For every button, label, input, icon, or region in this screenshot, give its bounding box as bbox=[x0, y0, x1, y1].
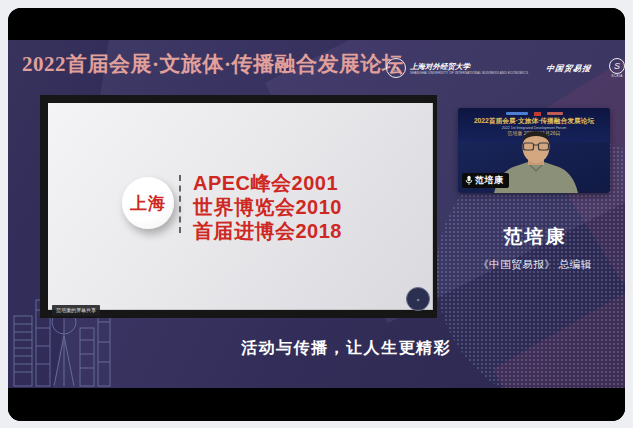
meeting-window: 2022首届会展·文旅体·传播融合发展论坛 ⌂ 上海对外经贸大学 SHANGHA… bbox=[8, 8, 625, 421]
dotted-divider bbox=[179, 175, 181, 233]
banner-logo-newspaper bbox=[547, 112, 563, 115]
screen-share-label: 范培康的屏幕共享 bbox=[52, 305, 100, 316]
shanghai-badge: 上海 bbox=[122, 177, 174, 229]
association-abbr: SCEIA bbox=[609, 74, 625, 78]
speaker-job-title: 《中国贸易报》 总编辑 bbox=[440, 258, 625, 272]
newspaper-name: 中国贸易报 bbox=[545, 63, 592, 74]
slide-text-block: APEC峰会2001 世界博览会2010 首届进博会2018 bbox=[193, 171, 342, 243]
slide-watermark-badge: ◈ bbox=[406, 287, 430, 311]
slide-line-expo: 世界博览会2010 bbox=[193, 195, 342, 219]
banner-title: 2022首届会展·文旅体·传播融合发展论坛 bbox=[461, 117, 607, 125]
university-seal-icon: ⌂ bbox=[386, 58, 406, 78]
university-name: 上海对外经贸大学 bbox=[410, 62, 528, 71]
microphone-icon bbox=[465, 175, 473, 186]
speaker-video-tile[interactable]: 2022首届会展·文旅体·传播融合发展论坛 2022 1st Integrate… bbox=[458, 108, 610, 193]
university-name-en: SHANGHAI UNIVERSITY OF INTERNATIONAL BUS… bbox=[410, 71, 528, 75]
university-logo: ⌂ 上海对外经贸大学 SHANGHAI UNIVERSITY OF INTERN… bbox=[386, 58, 528, 78]
partner-logos: ⌂ 上海对外经贸大学 SHANGHAI UNIVERSITY OF INTERN… bbox=[386, 54, 622, 82]
screen-share-frame: 上海 APEC峰会2001 世界博览会2010 首届进博会2018 ◈ bbox=[40, 95, 437, 318]
slide-line-apec: APEC峰会2001 bbox=[193, 171, 342, 195]
stream-stage: 2022首届会展·文旅体·传播融合发展论坛 ⌂ 上海对外经贸大学 SHANGHA… bbox=[8, 40, 625, 388]
mic-label-name: 范培康 bbox=[475, 174, 504, 187]
speaker-name: 范培康 bbox=[450, 224, 620, 250]
mic-name-label: 范培康 bbox=[462, 173, 509, 188]
banner-logo-university bbox=[506, 112, 528, 115]
banner-logos bbox=[458, 108, 610, 117]
screenshot-root: { "header": { "title": "2022首届会展·文旅体·传播融… bbox=[0, 0, 633, 428]
presentation-slide: 上海 APEC峰会2001 世界博览会2010 首届进博会2018 ◈ bbox=[48, 103, 433, 310]
letterbox-bottom bbox=[8, 388, 625, 421]
banner-logo-flag bbox=[534, 112, 541, 116]
association-s-icon: S bbox=[609, 58, 625, 74]
newspaper-logo: 中国贸易报 bbox=[546, 63, 591, 74]
tagline: 活动与传播，让人生更精彩 bbox=[178, 338, 514, 359]
slide-line-ciie: 首届进博会2018 bbox=[193, 219, 342, 243]
association-logo: S SCEIA 上海市会展行业协会 Shanghai Convention & … bbox=[609, 58, 625, 78]
letterbox-top bbox=[8, 8, 625, 40]
forum-title: 2022首届会展·文旅体·传播融合发展论坛 bbox=[22, 50, 404, 78]
